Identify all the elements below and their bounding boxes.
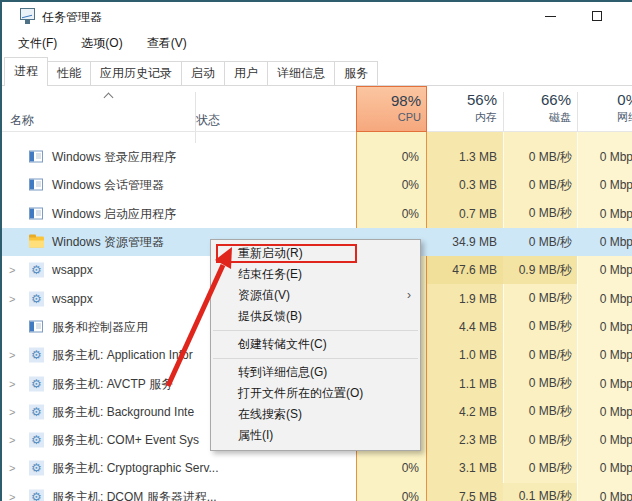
process-icon: ⚙ [29, 404, 45, 419]
context-menu-item[interactable]: 提供反馈(B) › [211, 306, 420, 327]
chevron-right-icon[interactable]: > [9, 264, 19, 276]
gear-icon: ⚙ [29, 404, 44, 419]
disk-cell: 0 MB/秒 [503, 313, 577, 341]
column-header-cpu[interactable]: 98% CPU [356, 86, 427, 132]
column-header-net[interactable]: 0% 网络 [577, 86, 632, 132]
column-header-mem[interactable]: 56% 内存 [427, 86, 503, 132]
context-menu-item[interactable]: 结束任务(E) › [211, 264, 420, 285]
network-cell: 0 Mbps [577, 143, 632, 171]
tab-inactive[interactable]: 性能 [47, 61, 91, 85]
gear-icon: ⚙ [29, 489, 44, 501]
network-cell: 0 Mbps [577, 398, 632, 426]
process-icon: ⚙ [29, 376, 45, 391]
menubar-item[interactable]: 文件(F) [8, 32, 67, 55]
menubar-item[interactable]: 查看(V) [137, 32, 197, 55]
chevron-right-icon[interactable]: > [9, 491, 19, 501]
network-cell: 0 Mbps [577, 454, 632, 482]
context-menu-item[interactable]: 重新启动(R) › [211, 243, 420, 264]
gear-icon: ⚙ [29, 348, 44, 363]
window-icon [29, 207, 43, 219]
process-name: Windows 会话管理器 [52, 177, 164, 194]
tab-inactive[interactable]: 服务 [334, 61, 378, 85]
chevron-right-icon[interactable]: > [9, 434, 19, 446]
table-row[interactable]: > ⚙ 服务主机: Cryptographic Serv... 0% 3.1 M… [2, 454, 632, 482]
memory-cell: 2.3 MB [427, 426, 503, 454]
usage-label: 网络 [577, 110, 632, 125]
gear-icon: ⚙ [29, 461, 44, 476]
maximize-button[interactable] [574, 2, 619, 30]
window-icon [29, 151, 43, 163]
usage-percent: 66% [503, 91, 571, 108]
memory-cell: 0.7 MB [427, 200, 503, 228]
tab-active[interactable]: 进程 [4, 57, 48, 85]
context-menu-item[interactable]: 资源值(V) › [211, 285, 420, 306]
gear-icon: ⚙ [29, 433, 44, 448]
chevron-right-icon[interactable]: > [9, 293, 19, 305]
table-row[interactable]: > Windows 启动应用程序 0% 0.7 MB 0 MB/秒 0 Mbps [2, 200, 632, 228]
tab-label: 服务 [344, 65, 368, 82]
submenu-arrow-icon: › [407, 285, 411, 306]
minimize-icon [545, 16, 556, 17]
tab-label: 详细信息 [277, 65, 325, 82]
cpu-cell: 0% [357, 143, 423, 171]
usage-percent: 98% [357, 92, 421, 109]
process-name: 服务主机: Background Inte [52, 403, 194, 420]
network-cell: 0 Mbps [577, 313, 632, 341]
column-divider [195, 132, 196, 143]
tab-inactive[interactable]: 启动 [181, 61, 225, 85]
context-menu-item[interactable]: 创建转储文件(C) › [211, 334, 420, 355]
memory-cell: 0.3 MB [427, 171, 503, 199]
table-row[interactable]: > Windows 会话管理器 0% 0.3 MB 0 MB/秒 0 Mbps [2, 171, 632, 199]
chevron-right-icon[interactable]: > [9, 406, 19, 418]
table-row[interactable]: > ⚙ 服务主机: DCOM 服务器进程... 0% 7.5 MB 0.1 MB… [2, 483, 632, 501]
context-menu-item-label: 属性(I) [238, 428, 273, 442]
chevron-right-icon[interactable]: > [9, 462, 19, 474]
tab-inactive[interactable]: 应用历史记录 [90, 61, 182, 85]
disk-cell: 0 MB/秒 [503, 143, 577, 171]
gear-icon: ⚙ [29, 376, 44, 391]
process-icon: ⚙ [29, 263, 45, 278]
tab-inactive[interactable]: 用户 [224, 61, 268, 85]
network-cell: 0 Mbps [577, 369, 632, 397]
table-row[interactable]: > Windows 登录应用程序 0% 1.3 MB 0 MB/秒 0 Mbps [2, 143, 632, 171]
chevron-right-icon[interactable]: > [9, 378, 19, 390]
context-menu-item[interactable]: 属性(I) › [211, 425, 420, 446]
disk-cell: 0 MB/秒 [503, 200, 577, 228]
menubar-item-label: 选项(O) [81, 36, 122, 50]
memory-cell: 1.3 MB [427, 143, 503, 171]
process-name: 服务主机: DCOM 服务器进程... [52, 488, 217, 501]
network-cell: 0 Mbps [577, 284, 632, 312]
memory-cell: 47.6 MB [427, 256, 503, 284]
process-name: Windows 启动应用程序 [52, 205, 176, 222]
disk-cell: 0.9 MB/秒 [503, 256, 577, 284]
tab-label: 性能 [57, 65, 81, 82]
context-menu-item[interactable]: 转到详细信息(G) › [211, 362, 420, 383]
context-menu-item[interactable]: 打开文件所在的位置(O) › [211, 383, 420, 404]
column-header-row: 名称 状态 98% CPU 56% 内存 66% 磁盘 0% 网络 [2, 86, 632, 132]
context-menu-item-label: 提供反馈(B) [238, 309, 302, 323]
menubar-item[interactable]: 选项(O) [71, 32, 132, 55]
memory-cell: 3.1 MB [427, 454, 503, 482]
context-menu-item-label: 转到详细信息(G) [238, 365, 327, 379]
network-cell: 0 Mbps [577, 426, 632, 454]
column-header-name[interactable]: 名称 [10, 112, 34, 129]
minimize-button[interactable] [528, 2, 573, 30]
usage-label: 内存 [427, 110, 497, 125]
cpu-cell: 0% [357, 200, 423, 228]
menubar-item-label: 文件(F) [18, 36, 57, 50]
chevron-right-icon[interactable]: > [9, 349, 19, 361]
context-menu-item-label: 结束任务(E) [238, 267, 302, 281]
context-menu-item-label: 打开文件所在的位置(O) [238, 386, 363, 400]
title-bar: 任务管理器 [2, 2, 632, 30]
process-icon [29, 206, 45, 221]
tab-bar: 进程性能应用历史记录启动用户详细信息服务 [2, 57, 632, 86]
column-header-status[interactable]: 状态 [196, 112, 220, 129]
network-cell: 0 Mbps [577, 200, 632, 228]
menu-separator [213, 358, 418, 359]
context-menu-item[interactable]: 在线搜索(S) › [211, 404, 420, 425]
disk-cell: 0 MB/秒 [503, 341, 577, 369]
column-header-disk[interactable]: 66% 磁盘 [503, 86, 577, 132]
memory-cell: 4.4 MB [427, 313, 503, 341]
tab-inactive[interactable]: 详细信息 [267, 61, 335, 85]
context-menu-item-label: 在线搜索(S) [238, 407, 302, 421]
